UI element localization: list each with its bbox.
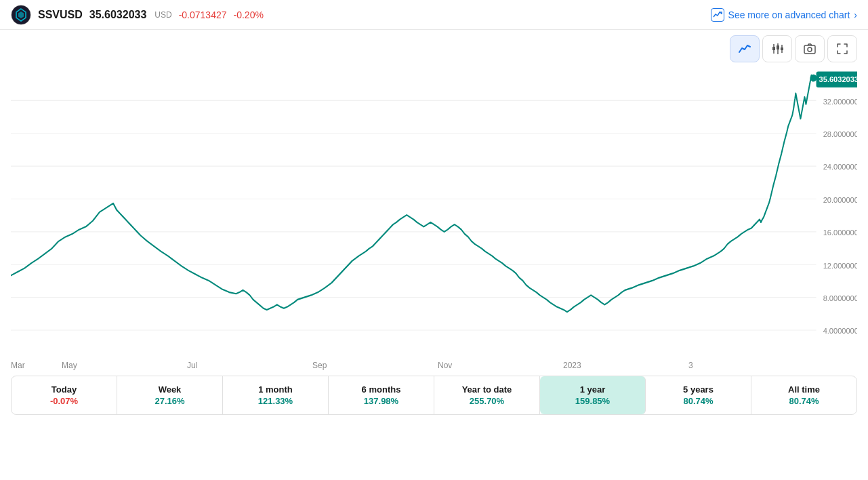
svg-text:24.0000000: 24.0000000 bbox=[823, 163, 857, 171]
ticker-symbol: SSVUSD bbox=[38, 9, 83, 21]
svg-point-10 bbox=[808, 47, 812, 52]
svg-text:35.6032033: 35.6032033 bbox=[819, 75, 857, 83]
ssv-logo-icon bbox=[11, 5, 31, 25]
perf-alltime[interactable]: All time 80.74% bbox=[751, 376, 856, 414]
perf-ytd-value: 255.70% bbox=[437, 396, 537, 406]
ticker-info: SSVUSD 35.6032033 USD -0.0713427 -0.20% bbox=[11, 5, 264, 25]
svg-text:20.0000000: 20.0000000 bbox=[823, 196, 857, 204]
ticker-change-pct: -0.20% bbox=[234, 9, 264, 20]
svg-text:32.0000000: 32.0000000 bbox=[823, 97, 857, 105]
svg-point-27 bbox=[810, 75, 817, 82]
perf-5years[interactable]: 5 years 80.74% bbox=[646, 376, 751, 414]
candlestick-icon bbox=[770, 42, 784, 56]
x-axis-labels: Mar May Jul Sep Nov 2023 3 bbox=[0, 359, 868, 376]
line-chart-button[interactable] bbox=[730, 35, 760, 62]
candlestick-button[interactable] bbox=[762, 35, 792, 62]
perf-week[interactable]: Week 27.16% bbox=[117, 376, 223, 414]
advanced-chart-icon bbox=[711, 8, 724, 22]
perf-week-value: 27.16% bbox=[120, 396, 220, 406]
perf-1year-label: 1 year bbox=[543, 384, 642, 395]
x-label-2023: 2023 bbox=[563, 361, 688, 370]
price-chart-svg: 4.0000000 8.0000000 12.0000000 16.000000… bbox=[11, 68, 857, 359]
svg-text:8.0000000: 8.0000000 bbox=[823, 294, 857, 302]
x-label-sep: Sep bbox=[312, 361, 438, 370]
perf-alltime-label: All time bbox=[754, 384, 854, 395]
perf-5years-label: 5 years bbox=[648, 384, 748, 395]
perf-6months-value: 137.98% bbox=[331, 396, 431, 406]
svg-rect-9 bbox=[804, 45, 815, 54]
fullscreen-button[interactable] bbox=[827, 35, 857, 62]
svg-text:4.0000000: 4.0000000 bbox=[823, 327, 857, 335]
x-label-nov: Nov bbox=[438, 361, 563, 370]
chart-toolbar bbox=[0, 30, 868, 68]
perf-alltime-value: 80.74% bbox=[754, 396, 854, 406]
perf-6months-label: 6 months bbox=[331, 384, 431, 395]
perf-today-label: Today bbox=[14, 384, 114, 395]
ticker-currency: USD bbox=[154, 10, 171, 20]
advanced-chart-link[interactable]: See more on advanced chart › bbox=[711, 8, 857, 22]
svg-text:28.0000000: 28.0000000 bbox=[823, 130, 857, 138]
perf-ytd-label: Year to date bbox=[437, 384, 537, 395]
perf-1month[interactable]: 1 month 121.33% bbox=[223, 376, 329, 414]
camera-icon bbox=[803, 42, 817, 56]
advanced-chart-chevron-icon: › bbox=[854, 9, 857, 20]
x-label-mar: Mar bbox=[11, 361, 62, 370]
line-chart-icon bbox=[738, 42, 751, 56]
svg-rect-4 bbox=[772, 47, 775, 50]
perf-ytd[interactable]: Year to date 255.70% bbox=[434, 376, 540, 414]
chart-area: 4.0000000 8.0000000 12.0000000 16.000000… bbox=[0, 68, 868, 359]
perf-1month-value: 121.33% bbox=[226, 396, 325, 406]
perf-1year[interactable]: 1 year 159.85% bbox=[540, 376, 646, 414]
svg-rect-8 bbox=[781, 47, 783, 50]
x-label-3: 3 bbox=[688, 361, 693, 370]
advanced-chart-link-text: See more on advanced chart bbox=[728, 9, 850, 20]
fullscreen-icon bbox=[835, 42, 849, 56]
ticker-price: 35.6032033 bbox=[89, 9, 147, 21]
ticker-change: -0.0713427 bbox=[179, 9, 227, 20]
camera-button[interactable] bbox=[795, 35, 825, 62]
perf-week-label: Week bbox=[120, 384, 220, 395]
perf-1year-value: 159.85% bbox=[543, 396, 642, 406]
x-label-jul: Jul bbox=[187, 361, 312, 370]
perf-6months[interactable]: 6 months 137.98% bbox=[329, 376, 434, 414]
perf-today-value: -0.07% bbox=[14, 396, 114, 406]
svg-rect-6 bbox=[777, 45, 779, 49]
perf-today[interactable]: Today -0.07% bbox=[12, 376, 117, 414]
performance-bar: Today -0.07% Week 27.16% 1 month 121.33%… bbox=[11, 376, 857, 415]
x-label-may: May bbox=[62, 361, 187, 370]
header: SSVUSD 35.6032033 USD -0.0713427 -0.20% … bbox=[0, 0, 868, 30]
svg-text:12.0000000: 12.0000000 bbox=[823, 261, 857, 269]
perf-1month-label: 1 month bbox=[226, 384, 325, 395]
svg-text:16.0000000: 16.0000000 bbox=[823, 228, 857, 237]
perf-5years-value: 80.74% bbox=[648, 396, 748, 406]
